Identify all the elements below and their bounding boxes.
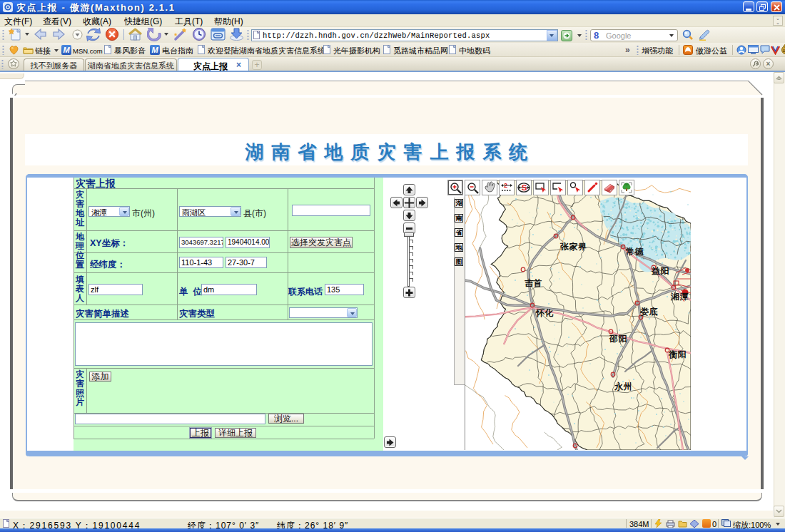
svg-text:永州: 永州 bbox=[614, 382, 632, 392]
svg-text:衡阳: 衡阳 bbox=[668, 349, 687, 359]
svg-text:S: S bbox=[522, 183, 527, 192]
svg-text:湘潭: 湘潭 bbox=[670, 292, 689, 302]
svg-text:娄底: 娄底 bbox=[640, 307, 658, 317]
svg-text:张家界: 张家界 bbox=[559, 242, 587, 252]
svg-text:常德: 常德 bbox=[625, 247, 644, 257]
svg-text:益阳: 益阳 bbox=[652, 266, 669, 276]
svg-text:吉首: 吉首 bbox=[525, 278, 542, 288]
svg-text:邵阳: 邵阳 bbox=[609, 334, 627, 344]
svg-text:怀化: 怀化 bbox=[535, 308, 554, 318]
